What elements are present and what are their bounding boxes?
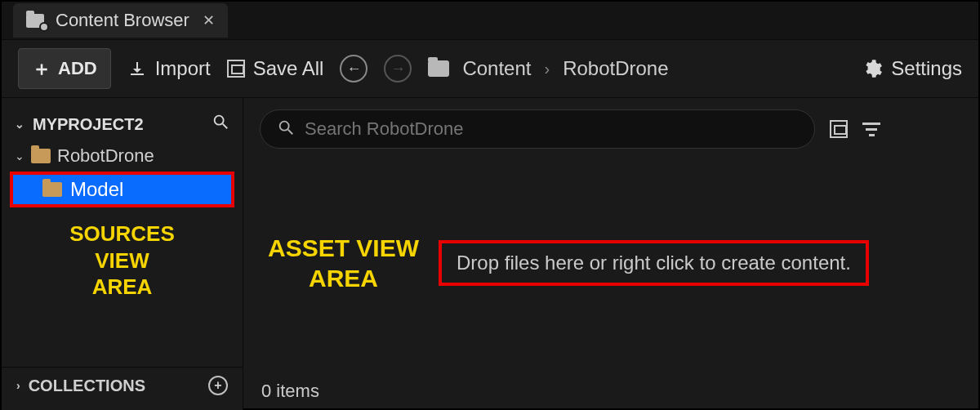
import-label: Import	[155, 57, 211, 80]
chevron-down-icon: ⌄	[15, 118, 24, 131]
svg-line-3	[288, 130, 293, 135]
asset-view-area: ASSET VIEWAREA Drop files here or right …	[243, 98, 978, 410]
plus-icon: +	[214, 378, 221, 393]
collections-header[interactable]: › COLLECTIONS +	[2, 367, 243, 403]
settings-button[interactable]: Settings	[862, 57, 962, 80]
content-browser-icon	[26, 11, 47, 29]
breadcrumb-root[interactable]: Content	[462, 57, 531, 80]
tree-item-label: RobotDrone	[57, 145, 154, 167]
status-bar: 0 items	[260, 377, 962, 405]
tree-item-model[interactable]: Model	[10, 172, 234, 207]
import-button[interactable]: Import	[127, 57, 211, 80]
tab-bar: Content Browser ✕	[2, 2, 978, 39]
folder-icon	[31, 149, 51, 163]
folder-icon	[428, 60, 449, 77]
asset-body[interactable]: ASSET VIEWAREA Drop files here or right …	[260, 149, 962, 377]
folder-icon	[42, 182, 62, 197]
tree-item-label: Model	[70, 178, 123, 201]
chevron-right-icon: ›	[16, 379, 20, 392]
project-label: MYPROJECT2	[33, 115, 144, 134]
drop-hint: Drop files here or right click to create…	[439, 240, 869, 286]
search-input[interactable]	[305, 118, 798, 140]
save-all-label: Save All	[253, 57, 324, 80]
breadcrumb: Content › RobotDrone	[428, 57, 668, 80]
nav-forward-button[interactable]: →	[384, 55, 412, 82]
arrow-left-icon: ←	[346, 60, 361, 78]
save-all-button[interactable]: Save All	[227, 57, 324, 80]
filter-icon[interactable]	[862, 123, 880, 136]
svg-point-0	[215, 116, 224, 125]
chevron-right-icon: ›	[544, 60, 550, 78]
annotation-asset-view: ASSET VIEWAREA	[268, 233, 419, 294]
tab-title: Content Browser	[56, 10, 189, 31]
chevron-down-icon: ⌄	[15, 149, 24, 163]
search-box[interactable]	[260, 109, 815, 149]
add-button[interactable]: ＋ ADD	[18, 48, 111, 89]
svg-point-2	[280, 122, 289, 131]
import-icon	[127, 59, 147, 78]
search-icon[interactable]	[212, 113, 229, 136]
collections-label: COLLECTIONS	[29, 377, 145, 395]
settings-label: Settings	[891, 57, 962, 80]
close-icon[interactable]: ✕	[203, 11, 215, 29]
plus-icon: ＋	[32, 56, 51, 82]
tree-item-robotdrone[interactable]: ⌄ RobotDrone	[2, 142, 243, 170]
search-icon	[277, 118, 295, 140]
add-label: ADD	[58, 58, 97, 79]
asset-toolbar	[260, 109, 962, 149]
annotation-sources: SOURCESVIEWAREA	[2, 221, 243, 301]
arrow-right-icon: →	[390, 60, 405, 78]
toolbar: ＋ ADD Import Save All ← → Content › Robo…	[2, 39, 978, 98]
body: ⌄ MYPROJECT2 ⌄ RobotDrone Model SOURCESV…	[2, 98, 978, 410]
svg-line-1	[223, 124, 228, 129]
gear-icon	[862, 58, 883, 79]
sources-panel: ⌄ MYPROJECT2 ⌄ RobotDrone Model SOURCESV…	[2, 98, 243, 410]
nav-back-button[interactable]: ←	[340, 55, 368, 82]
tab-content-browser[interactable]: Content Browser ✕	[13, 3, 228, 38]
project-header[interactable]: ⌄ MYPROJECT2	[2, 106, 243, 142]
breadcrumb-current[interactable]: RobotDrone	[563, 57, 668, 80]
save-icon	[227, 60, 245, 78]
add-collection-button[interactable]: +	[208, 376, 228, 395]
content-browser-panel: Content Browser ✕ ＋ ADD Import Save All …	[0, 0, 980, 410]
save-icon[interactable]	[830, 120, 848, 138]
